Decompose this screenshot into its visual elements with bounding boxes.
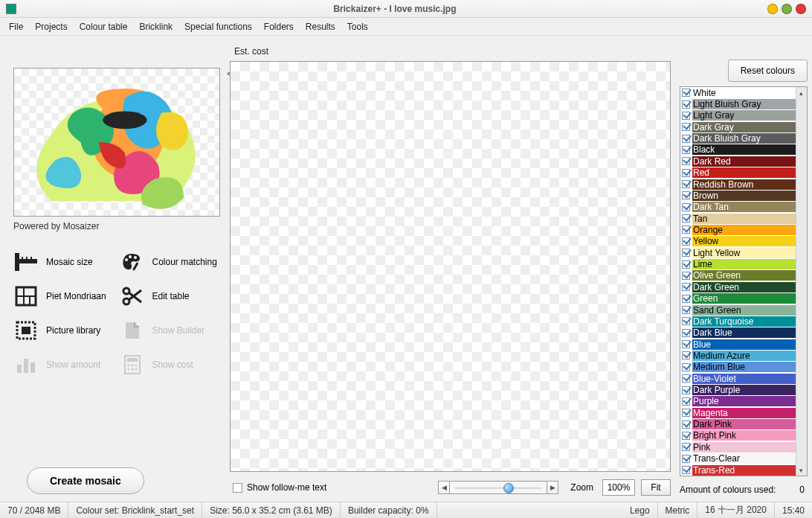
colour-item[interactable]: Medium Azure — [680, 350, 796, 361]
zoom-slider-thumb[interactable] — [503, 483, 514, 493]
colour-checkbox[interactable] — [682, 226, 690, 234]
colour-checkbox[interactable] — [682, 191, 690, 199]
colour-name: Brown — [692, 191, 796, 201]
colour-checkbox[interactable] — [682, 363, 690, 371]
colour-item[interactable]: Blue — [680, 339, 796, 350]
menu-projects[interactable]: Projects — [29, 19, 73, 35]
colour-checkbox[interactable] — [682, 386, 690, 394]
colour-item[interactable]: Dark Purple — [680, 384, 796, 395]
menu-file[interactable]: File — [3, 19, 29, 35]
colour-checkbox[interactable] — [682, 214, 690, 223]
colour-item[interactable]: Medium Blue — [680, 362, 796, 373]
colour-item[interactable]: Dark Blue — [680, 327, 796, 339]
colour-item[interactable]: Magenta — [680, 407, 796, 418]
fit-button[interactable]: Fit — [641, 479, 671, 496]
colour-checkbox[interactable] — [682, 169, 690, 177]
colour-checkbox[interactable] — [682, 340, 690, 348]
colour-checkbox[interactable] — [682, 180, 690, 188]
source-image-preview[interactable] — [13, 68, 220, 217]
colour-item[interactable]: Brown — [680, 190, 796, 201]
menu-colour-table[interactable]: Colour table — [74, 19, 134, 35]
colour-item[interactable]: Dark Red — [680, 156, 796, 167]
colour-item[interactable]: Green — [680, 292, 796, 304]
colour-item[interactable]: Dark Pink — [680, 418, 796, 429]
close-button[interactable] — [796, 4, 806, 14]
colour-item[interactable]: Lime — [680, 258, 796, 269]
colour-item[interactable]: Black — [680, 144, 796, 156]
colour-checkbox[interactable] — [682, 157, 690, 165]
tool-picture-library[interactable]: Picture library — [13, 319, 115, 342]
tool-mosaic-size[interactable]: Mosaic size — [13, 251, 115, 273]
colour-item[interactable]: Dark Tan — [680, 202, 796, 213]
colour-checkbox[interactable] — [682, 466, 690, 474]
scroll-down-icon[interactable]: ▾ — [796, 464, 807, 476]
colour-list[interactable]: ▴ ▾ WhiteLight Bluish GrayLight GrayDark… — [680, 86, 808, 476]
colour-checkbox[interactable] — [682, 421, 690, 429]
tool-colour-matching[interactable]: Colour matching — [120, 251, 222, 273]
zoom-slider-right[interactable]: ▶ — [547, 481, 558, 494]
colour-checkbox[interactable] — [682, 374, 690, 383]
create-mosaic-button[interactable]: Create mosaic — [27, 467, 144, 494]
maximize-button[interactable] — [782, 4, 792, 14]
colour-item[interactable]: Blue-Violet — [680, 373, 796, 384]
scroll-up-icon[interactable]: ▴ — [796, 87, 807, 98]
colour-checkbox[interactable] — [682, 351, 690, 359]
colour-item[interactable]: Bright Pink — [680, 430, 796, 441]
colour-checkbox[interactable] — [682, 272, 690, 280]
colour-item[interactable]: Sand Green — [680, 304, 796, 316]
colour-checkbox[interactable] — [682, 89, 690, 97]
colour-checkbox[interactable] — [682, 455, 690, 463]
colour-checkbox[interactable] — [682, 100, 690, 109]
colour-item[interactable]: Purple — [680, 396, 796, 407]
colour-checkbox[interactable] — [682, 237, 690, 246]
colour-checkbox[interactable] — [682, 443, 690, 451]
colour-item[interactable]: Yellow — [680, 236, 796, 247]
colour-item[interactable]: Tan — [680, 213, 796, 224]
colour-item[interactable]: Trans-Red — [680, 464, 796, 476]
menu-tools[interactable]: Tools — [341, 19, 374, 35]
colour-checkbox[interactable] — [682, 203, 690, 211]
colour-item[interactable]: Orange — [680, 224, 796, 235]
scrollbar[interactable]: ▴ ▾ — [796, 87, 807, 476]
colour-item[interactable]: Red — [680, 167, 796, 179]
colour-checkbox[interactable] — [682, 409, 690, 417]
colour-checkbox[interactable] — [682, 123, 690, 131]
colour-checkbox[interactable] — [682, 135, 690, 143]
colour-item[interactable]: Pink — [680, 441, 796, 453]
colour-checkbox[interactable] — [682, 283, 690, 291]
zoom-slider[interactable]: ◀ ▶ — [438, 481, 558, 494]
colour-item[interactable]: Light Yellow — [680, 247, 796, 258]
colour-checkbox[interactable] — [682, 249, 690, 257]
colour-checkbox[interactable] — [682, 112, 690, 120]
zoom-slider-left[interactable]: ◀ — [438, 481, 450, 494]
colour-checkbox[interactable] — [682, 260, 690, 269]
tool-piet-mondriaan[interactable]: Piet Mondriaan — [13, 285, 115, 307]
reset-colours-button[interactable]: Reset colours — [728, 60, 808, 82]
colour-item[interactable]: Dark Turquoise — [680, 316, 796, 327]
colour-item[interactable]: Light Bluish Gray — [680, 98, 796, 109]
colour-item[interactable]: White — [680, 87, 796, 98]
colour-checkbox[interactable] — [682, 397, 690, 406]
colour-checkbox[interactable] — [682, 317, 690, 325]
menu-results[interactable]: Results — [300, 19, 341, 35]
mosaic-canvas[interactable] — [230, 61, 671, 472]
colour-item[interactable]: Dark Gray — [680, 121, 796, 132]
menu-special-functions[interactable]: Special functions — [178, 19, 258, 35]
zoom-value[interactable]: 100% — [602, 479, 635, 496]
follow-me-checkbox[interactable] — [233, 483, 242, 493]
colour-item[interactable]: Light Gray — [680, 110, 796, 121]
menu-bricklink[interactable]: Bricklink — [133, 19, 178, 35]
colour-checkbox[interactable] — [682, 432, 690, 440]
colour-item[interactable]: Reddish Brown — [680, 179, 796, 190]
colour-checkbox[interactable] — [682, 306, 690, 314]
minimize-button[interactable] — [767, 4, 778, 14]
colour-checkbox[interactable] — [682, 295, 690, 303]
tool-edit-table[interactable]: Edit table — [120, 285, 222, 307]
colour-item[interactable]: Olive Green — [680, 270, 796, 281]
colour-item[interactable]: Trans-Clear — [680, 453, 796, 464]
colour-item[interactable]: Dark Bluish Gray — [680, 132, 796, 144]
colour-checkbox[interactable] — [682, 146, 690, 154]
colour-item[interactable]: Dark Green — [680, 281, 796, 292]
colour-checkbox[interactable] — [682, 329, 690, 337]
menu-folders[interactable]: Folders — [258, 19, 300, 35]
